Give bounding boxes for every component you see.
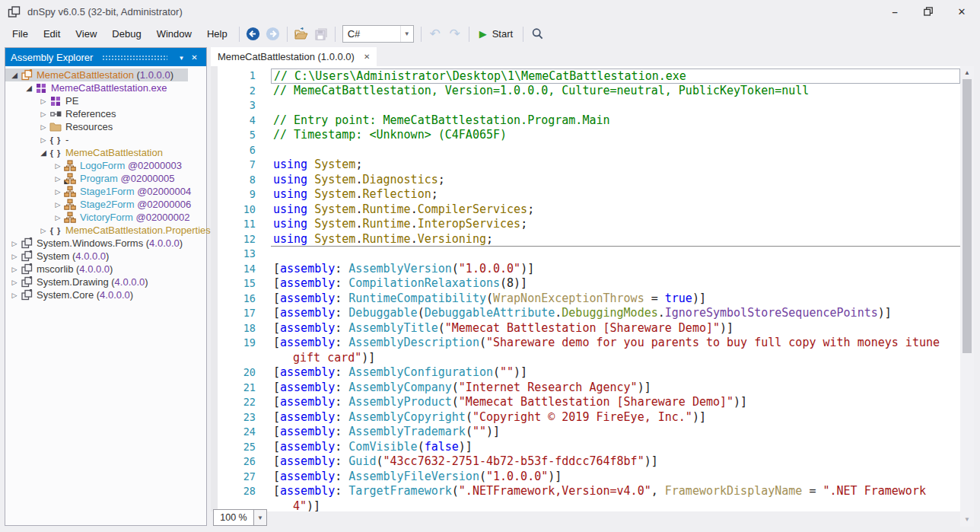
code-line[interactable]: 1// C:\Users\Administrator\Desktop\1\Mem… [218,68,960,84]
menu-file[interactable]: File [5,24,36,43]
code-line[interactable]: 12using System.Runtime.Versioning; [218,232,960,247]
tree-item[interactable]: ▷VictoryForm @02000002 [5,211,206,224]
tree-item[interactable]: ▷References [5,107,206,120]
code-line[interactable]: 5// Timestamp: <Unknown> (C4FA065F) [218,128,960,143]
code-line[interactable]: 19[assembly: AssemblyDescription("Sharew… [218,336,960,351]
code-line[interactable]: 24[assembly: AssemblyTrademark("")] [218,425,960,440]
code-line[interactable]: 15[assembly: CompilationRelaxations(8)] [218,276,960,291]
start-debug-button[interactable]: ▶ Start [473,24,519,44]
expand-icon[interactable]: ▷ [53,214,62,221]
expand-icon[interactable]: ▷ [53,201,62,209]
zoom-level-selector[interactable]: 100 % ▼ [213,509,267,526]
scroll-up-icon[interactable]: ▲ [960,69,974,76]
code-line[interactable]: 6 [218,143,960,158]
navigate-back-button[interactable] [243,24,263,44]
expand-icon[interactable]: ▷ [39,110,48,118]
close-button[interactable]: ✕ [945,0,978,23]
expand-icon[interactable]: ▷ [10,279,19,286]
menu-edit[interactable]: Edit [36,24,68,43]
panel-close-button[interactable]: ✕ [188,53,201,62]
save-all-button[interactable] [311,24,331,44]
expand-icon[interactable]: ▷ [53,188,62,196]
expand-icon[interactable]: ▷ [39,136,48,144]
code-text: [assembly: Debuggable(DebuggableAttribut… [271,306,960,321]
vertical-scrollbar[interactable]: ▲ ▼ [960,66,974,527]
code-line[interactable]: 4// Entry point: MemeCatBattlestation.Pr… [218,113,960,129]
code-view[interactable]: 1// C:\Users\Administrator\Desktop\1\Mem… [211,66,960,511]
tree-item[interactable]: ◢MemeCatBattlestation.exe [5,81,206,94]
restore-button[interactable] [912,0,945,23]
restore-icon [924,7,933,16]
expand-icon[interactable]: ▷ [10,253,19,260]
tree-item[interactable]: ▷LogoForm @02000003 [5,159,206,172]
code-line[interactable]: 16[assembly: RuntimeCompatibility(WrapNo… [218,291,960,307]
menu-window[interactable]: Window [149,24,199,43]
tree-item[interactable]: ▷System.Drawing (4.0.0.0) [5,276,206,288]
code-line[interactable]: 27[assembly: AssemblyFileVersion("1.0.0.… [218,470,960,485]
scroll-down-icon[interactable]: ▼ [960,516,974,523]
menu-debug[interactable]: Debug [104,24,148,43]
tree-item[interactable]: ▷Resources [5,120,206,133]
tree-item[interactable]: ▷mscorlib (4.0.0.0) [5,263,206,276]
search-button[interactable] [527,24,547,44]
code-line[interactable]: 13 [218,247,960,262]
code-line[interactable]: gift card")] [218,351,960,366]
tree-item[interactable]: ▷System.Core (4.0.0.0) [5,288,206,301]
code-line[interactable]: 8using System.Diagnostics; [218,173,960,188]
code-line[interactable]: 3 [218,98,960,113]
code-line[interactable]: 10using System.Runtime.CompilerServices; [218,202,960,218]
tab-close-icon[interactable]: ✕ [364,53,370,61]
tree-item-label: MemeCatBattlestation [37,69,134,81]
document-tab[interactable]: MemeCatBattlestation (1.0.0.0) ✕ [211,47,377,66]
code-line[interactable]: 28[assembly: TargetFramework(".NETFramew… [218,484,960,499]
tree-item[interactable]: ▷System (4.0.0.0) [5,250,206,263]
code-line[interactable]: 14[assembly: AssemblyVersion("1.0.0.0")] [218,262,960,277]
menu-help[interactable]: Help [199,24,235,43]
tree-item[interactable]: ▷Stage2Form @02000006 [5,198,206,211]
panel-menu-button[interactable]: ▼ [175,53,188,62]
code-line[interactable]: 7using System; [218,158,960,173]
tree-item[interactable]: ◢MemeCatBattlestation (1.0.0.0) [5,68,188,81]
tree-item[interactable]: ▷System.Windows.Forms (4.0.0.0) [5,237,206,250]
code-line[interactable]: 22[assembly: AssemblyProduct("Memecat Ba… [218,395,960,410]
expand-icon[interactable]: ▷ [10,266,19,273]
chevron-down-icon[interactable]: ▼ [254,509,267,526]
tree-item[interactable]: ▷{ }- [5,133,206,146]
collapse-icon[interactable]: ◢ [24,84,33,92]
code-line[interactable]: 26[assembly: Guid("43cc7632-2751-4b72-b5… [218,454,960,470]
code-line[interactable]: 17[assembly: Debuggable(DebuggableAttrib… [218,306,960,321]
code-line[interactable]: 20[assembly: AssemblyConfiguration("")] [218,365,960,381]
code-line[interactable]: 18[assembly: AssemblyTitle("Memecat Batt… [218,321,960,336]
expand-icon[interactable]: ▷ [39,97,48,105]
collapse-icon[interactable]: ◢ [10,71,19,79]
code-line[interactable]: 25[assembly: ComVisible(false)] [218,440,960,455]
scrollbar-thumb[interactable] [963,79,972,353]
code-line[interactable]: 2// MemeCatBattlestation, Version=1.0.0.… [218,84,960,99]
language-selector[interactable]: C# ▼ [342,25,414,43]
code-line[interactable]: 23[assembly: AssemblyCopyright("Copyrigh… [218,410,960,425]
code-line[interactable]: 21[assembly: AssemblyCompany("Internet R… [218,381,960,396]
minimize-button[interactable]: – [878,0,912,23]
expand-icon[interactable]: ▷ [53,175,62,183]
tree-item[interactable]: ▷PE [5,94,206,107]
tree-item[interactable]: ◢{ }MemeCatBattlestation [5,146,206,159]
menu-view[interactable]: View [68,24,104,43]
navigate-forward-button[interactable] [263,24,283,44]
undo-button[interactable]: ↶ [425,24,445,44]
tree-item[interactable]: ▷Program @02000005 [5,172,206,185]
expand-icon[interactable]: ▷ [10,291,19,299]
expand-icon[interactable]: ▷ [10,240,19,247]
expand-icon[interactable]: ▷ [39,123,48,131]
collapse-icon[interactable]: ◢ [39,148,48,157]
code-line[interactable]: 4")] [218,499,960,512]
redo-button[interactable]: ↷ [445,24,465,44]
tree-item[interactable]: ▷{ }MemeCatBattlestation.Properties [5,224,206,237]
open-file-button[interactable] [291,24,311,44]
expand-icon[interactable]: ▷ [53,162,62,170]
code-line[interactable]: 9using System.Reflection; [218,187,960,202]
chevron-down-icon[interactable]: ▼ [400,26,413,42]
expand-icon[interactable]: ▷ [39,227,48,234]
assembly-explorer-header[interactable]: Assembly Explorer ▼ ✕ [5,48,206,66]
tree-item[interactable]: ▷Stage1Form @02000004 [5,185,206,198]
code-line[interactable]: 11using System.Runtime.InteropServices; [218,217,960,232]
